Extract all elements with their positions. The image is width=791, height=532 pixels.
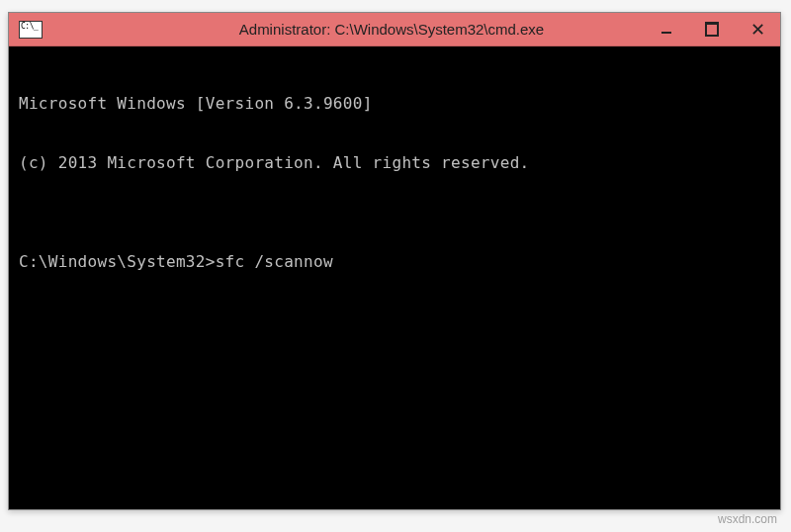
cmd-window: Administrator: C:\Windows\System32\cmd.e… — [8, 12, 781, 510]
maximize-button[interactable] — [689, 13, 735, 45]
terminal-line: Microsoft Windows [Version 6.3.9600] — [19, 94, 770, 114]
terminal-output[interactable]: Microsoft Windows [Version 6.3.9600] (c)… — [9, 46, 780, 509]
close-button[interactable]: ✕ — [735, 13, 780, 45]
terminal-line: (c) 2013 Microsoft Corporation. All righ… — [19, 153, 770, 173]
cmd-icon[interactable] — [19, 21, 43, 39]
terminal-prompt: C:\Windows\System32> — [19, 252, 216, 272]
terminal-prompt-line: C:\Windows\System32>sfc /scannow — [19, 252, 770, 272]
minimize-button[interactable] — [644, 13, 689, 45]
terminal-command[interactable]: sfc /scannow — [216, 252, 333, 272]
window-controls: ✕ — [644, 13, 780, 45]
watermark: wsxdn.com — [718, 512, 777, 526]
titlebar[interactable]: Administrator: C:\Windows\System32\cmd.e… — [9, 13, 780, 46]
